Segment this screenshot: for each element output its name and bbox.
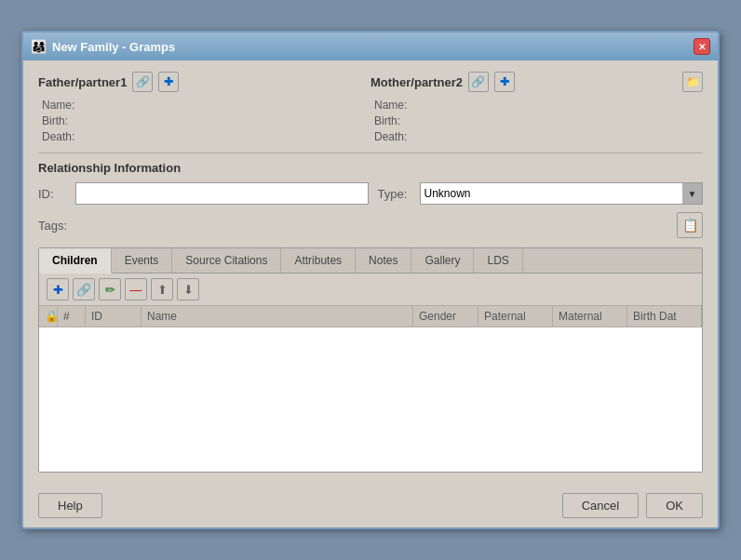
tab-lds[interactable]: LDS (474, 248, 522, 273)
help-button[interactable]: Help (38, 493, 102, 518)
tab-source-citations[interactable]: Source Citations (172, 248, 281, 273)
father-label: Father/partner1 (38, 75, 127, 89)
mother-info: Name: Birth: Death: (370, 98, 703, 143)
col-num: # (58, 306, 86, 327)
children-toolbar: ✚ 🔗 ✏ — ⬆ ⬇ (39, 273, 702, 306)
partners-row: Father/partner1 🔗 ✚ Name: Birth: Death: (38, 72, 703, 145)
close-button[interactable]: ✕ (694, 38, 710, 55)
tab-attributes[interactable]: Attributes (281, 248, 356, 273)
mother-header: Mother/partner2 🔗 ✚ 📁 (370, 72, 703, 92)
children-table-header: 🔒 # ID Name Gender Paternal Maternal Bir… (39, 306, 702, 327)
add-child-button[interactable]: ✚ (47, 278, 69, 300)
mother-label: Mother/partner2 (370, 75, 463, 89)
tabs-container: Children Events Source Citations Attribu… (38, 247, 703, 473)
col-maternal: Maternal (553, 306, 627, 327)
tab-events[interactable]: Events (112, 248, 173, 273)
tabs-header: Children Events Source Citations Attribu… (39, 248, 702, 273)
mother-name-label: Name: (374, 99, 407, 112)
mother-death-row: Death: (374, 129, 703, 143)
id-row: ID: Type: Unknown ▼ (38, 182, 703, 205)
relationship-title: Relationship Information (38, 161, 703, 175)
remove-child-button[interactable]: — (125, 278, 147, 300)
type-select-wrapper: Unknown ▼ (420, 182, 704, 205)
mother-section: Mother/partner2 🔗 ✚ 📁 Name: Birth: (370, 72, 703, 145)
tags-button[interactable]: 📋 (677, 212, 703, 238)
father-add-button[interactable]: ✚ (158, 72, 179, 92)
tab-children[interactable]: Children (39, 248, 112, 273)
col-birth: Birth Dat (627, 306, 702, 327)
move-down-button[interactable]: ⬇ (177, 278, 199, 300)
col-id: ID (86, 306, 141, 327)
type-select[interactable]: Unknown (420, 182, 704, 205)
id-label: ID: (38, 187, 66, 201)
app-icon: 👨‍👩‍👧 (31, 39, 47, 54)
main-content: Father/partner1 🔗 ✚ Name: Birth: Death: (23, 60, 718, 484)
mother-add-button[interactable]: ✚ (494, 72, 515, 92)
titlebar: 👨‍👩‍👧 New Family - Gramps ✕ (23, 33, 718, 60)
tab-notes[interactable]: Notes (356, 248, 411, 273)
tags-row: Tags: 📋 (38, 212, 703, 238)
col-lock: 🔒 (39, 306, 58, 327)
col-name: Name (141, 306, 413, 327)
link-child-button[interactable]: 🔗 (73, 278, 95, 300)
father-header: Father/partner1 🔗 ✚ (38, 72, 370, 92)
mother-link-button[interactable]: 🔗 (468, 72, 489, 92)
col-paternal: Paternal (478, 306, 553, 327)
tab-gallery[interactable]: Gallery (411, 248, 474, 273)
type-label: Type: (378, 187, 411, 201)
mother-birth-row: Birth: (374, 113, 703, 127)
father-section: Father/partner1 🔗 ✚ Name: Birth: Death: (38, 72, 370, 145)
father-birth-label: Birth: (42, 114, 68, 127)
father-link-button[interactable]: 🔗 (132, 72, 153, 92)
tags-label: Tags: (38, 219, 67, 233)
ok-button[interactable]: OK (646, 493, 703, 518)
id-input[interactable] (75, 182, 369, 205)
father-info: Name: Birth: Death: (38, 98, 370, 143)
right-buttons: Cancel OK (562, 493, 703, 518)
mother-birth-label: Birth: (374, 114, 400, 127)
father-death-row: Death: (42, 129, 370, 143)
relationship-section: Relationship Information ID: Type: Unkno… (38, 161, 703, 238)
father-name-label: Name: (42, 99, 74, 112)
move-up-button[interactable]: ⬆ (151, 278, 173, 300)
father-name-row: Name: (42, 98, 370, 112)
main-window: 👨‍👩‍👧 New Family - Gramps ✕ Father/partn… (21, 31, 720, 529)
window-title: New Family - Gramps (52, 40, 175, 54)
mother-death-label: Death: (374, 130, 407, 143)
folder-button[interactable]: 📁 (682, 72, 703, 92)
col-gender: Gender (413, 306, 478, 327)
bottom-buttons: Help Cancel OK (23, 484, 718, 527)
dropdown-arrow-icon[interactable]: ▼ (682, 182, 703, 205)
mother-name-row: Name: (374, 98, 703, 112)
edit-child-button[interactable]: ✏ (99, 278, 121, 300)
titlebar-left: 👨‍👩‍👧 New Family - Gramps (31, 39, 175, 54)
cancel-button[interactable]: Cancel (562, 493, 639, 518)
father-death-label: Death: (42, 130, 74, 143)
children-table-body (39, 327, 702, 472)
father-birth-row: Birth: (42, 113, 370, 127)
separator1 (38, 153, 703, 153)
